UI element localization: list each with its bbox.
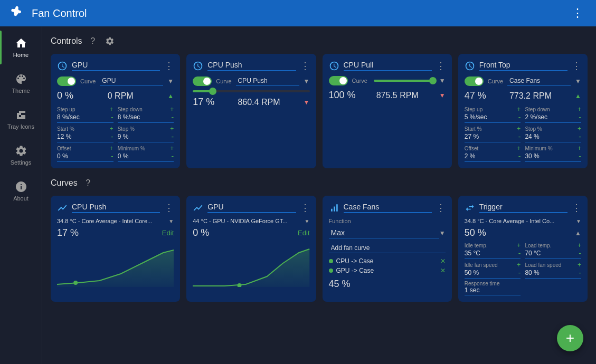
- gauge-icon-3: [329, 61, 339, 71]
- fan-dot-2: [329, 269, 333, 273]
- ft-param-stop: Stop %+ 24 %-: [525, 125, 581, 142]
- controls-section-header: Controls ?: [51, 35, 588, 47]
- curves-section-header: Curves ?: [51, 177, 588, 189]
- case-fans-title: Case Fans: [344, 203, 432, 213]
- cpu-push-curve-menu[interactable]: ⋮: [164, 202, 174, 214]
- remove-cpu-case[interactable]: ✕: [440, 257, 446, 265]
- front-top-percent: 47 %: [465, 90, 486, 101]
- svg-point-1: [238, 283, 242, 287]
- ft-param-minimum: Minimum %+ 30 %-: [525, 145, 581, 162]
- trigger-expand[interactable]: ▲: [575, 229, 581, 237]
- trigger-load-speed: Load fan speed+ 80 %-: [525, 261, 581, 279]
- gauge-icon: [57, 61, 68, 71]
- trigger-response-time: Response time 1 sec: [465, 281, 521, 295]
- trigger-value: 50 %: [465, 227, 486, 238]
- cpu-pull-slider[interactable]: [374, 80, 433, 82]
- cpu-push-curve-title: CPU Push: [72, 203, 160, 213]
- gpu-curve-select[interactable]: GPU: [100, 76, 163, 86]
- cpu-pull-thumb: [429, 77, 437, 84]
- sidebar-settings-label: Settings: [11, 159, 32, 166]
- case-fans-function-select[interactable]: Max: [329, 227, 439, 238]
- fan-curve-cpu-case: CPU -> Case ✕: [329, 257, 446, 265]
- cpu-pull-card-title: CPU Pull: [344, 61, 432, 71]
- param-start: Start %+ 12 %-: [57, 125, 113, 142]
- front-top-curve-label: Curve: [488, 78, 503, 84]
- sidebar-theme-label: Theme: [12, 88, 30, 94]
- trigger-temp-source: 34.8 °C - Core Average - Intel Co... ▼: [465, 218, 581, 224]
- cpu-push-toggle[interactable]: [193, 76, 212, 86]
- cpu-push-card-title: CPU Push: [207, 61, 296, 71]
- front-top-toggle[interactable]: [465, 76, 484, 86]
- trigger-menu[interactable]: ⋮: [572, 202, 581, 214]
- header-menu-button[interactable]: ⋮: [567, 4, 588, 22]
- front-top-menu[interactable]: ⋮: [572, 60, 581, 72]
- cpu-push-curve-label: Curve: [216, 78, 231, 84]
- add-fab-button[interactable]: +: [557, 325, 583, 351]
- gpu-curve-label: Curve: [80, 78, 96, 84]
- front-top-curve-select[interactable]: Case Fans: [507, 76, 571, 86]
- controls-help-button[interactable]: ?: [87, 35, 99, 47]
- sidebar-home-label: Home: [13, 52, 29, 58]
- cpu-pull-arrow: ▼: [439, 92, 446, 99]
- cpu-pull-header: CPU Pull ⋮: [329, 60, 446, 72]
- param-stop: Stop %+ 9 %-: [118, 125, 174, 142]
- cpu-pull-menu[interactable]: ⋮: [436, 60, 446, 72]
- trigger-params: Idle temp.+ 35 °C- Load temp.+ 70 °C- Id…: [465, 242, 581, 295]
- front-top-arrow-up: ▲: [575, 92, 581, 100]
- gpu-curve-menu[interactable]: ⋮: [300, 202, 310, 214]
- gpu-card-title: GPU: [72, 61, 160, 71]
- case-fans-function-row: Function: [329, 218, 446, 224]
- controls-settings-button[interactable]: [103, 35, 116, 47]
- cpu-push-slider[interactable]: [193, 90, 309, 92]
- cpu-pull-toggle[interactable]: [329, 76, 348, 85]
- cpu-pull-stats: 100 % 875.5 RPM ▼: [329, 90, 446, 101]
- sidebar-item-tray[interactable]: Tray Icons: [0, 102, 42, 136]
- fan-icon: [8, 5, 25, 22]
- param-offset: Offset+ 0 %-: [57, 145, 113, 162]
- gpu-chart: [193, 245, 309, 287]
- header: Fan Control ⋮: [0, 0, 596, 26]
- cpu-push-slider-container: [193, 90, 309, 92]
- gpu-edit-button[interactable]: Edit: [298, 229, 309, 237]
- gpu-curve-title: GPU: [207, 203, 296, 213]
- gpu-toggle[interactable]: [57, 76, 76, 86]
- front-top-arrow: ▼: [575, 78, 581, 85]
- cpu-pull-rpm: 875.5 RPM: [376, 91, 419, 100]
- case-fans-menu[interactable]: ⋮: [436, 202, 446, 214]
- sidebar-item-home[interactable]: Home: [0, 31, 42, 64]
- content-area: Controls ? GPU ⋮ Curve GPU: [42, 26, 596, 364]
- cpu-push-edit-button[interactable]: Edit: [162, 229, 174, 237]
- cpu-push-arrow-down: ▼: [304, 99, 310, 106]
- sidebar-tray-label: Tray Icons: [7, 123, 34, 130]
- gpu-card-menu[interactable]: ⋮: [164, 60, 174, 72]
- add-fan-curve-select[interactable]: Add fan curve: [329, 243, 446, 253]
- cpu-push-menu[interactable]: ⋮: [300, 60, 310, 72]
- cpu-pull-percent: 100 %: [329, 90, 356, 101]
- gauge-icon-2: [193, 61, 203, 71]
- gpu-curve-arrow: ▼: [167, 78, 174, 85]
- cpu-push-curve-value-row: 17 % Edit: [57, 227, 174, 238]
- cpu-push-curve-value: 17 %: [57, 227, 79, 238]
- tray-icon: [15, 109, 27, 121]
- gpu-params: Step up+ 8 %/sec- Step down+ 8 %/sec- St…: [57, 106, 174, 162]
- remove-gpu-case[interactable]: ✕: [440, 267, 446, 274]
- cpu-push-curve-select[interactable]: CPU Push: [236, 76, 299, 86]
- about-icon: [15, 180, 27, 193]
- trigger-title: Trigger: [479, 203, 567, 213]
- gpu-stats: 0 % 0 RPM ▲: [57, 90, 174, 101]
- sidebar-item-about[interactable]: About: [0, 174, 42, 208]
- cpu-pull-toggle-row: Curve ▼: [329, 76, 446, 85]
- sidebar-item-settings[interactable]: Settings: [0, 138, 42, 172]
- mix-chart-icon: [329, 203, 339, 213]
- sidebar-item-theme[interactable]: Theme: [0, 66, 42, 100]
- case-fans-header: Case Fans ⋮: [329, 202, 446, 214]
- cpu-pull-control-card: CPU Pull ⋮ Curve ▼ 100 % 875.5 RPM ▼: [323, 54, 452, 168]
- case-fans-function-select-row: Max ▼: [329, 227, 446, 238]
- trigger-icon: [465, 203, 475, 213]
- curves-cards-grid: CPU Push ⋮ 34.8 °C - Core Average - Inte…: [51, 196, 588, 302]
- curves-help-button[interactable]: ?: [82, 177, 94, 189]
- gpu-toggle-row: Curve GPU ▼: [57, 76, 174, 86]
- front-top-card-title: Front Top: [479, 61, 567, 71]
- svg-point-0: [73, 281, 78, 285]
- front-top-stats: 47 % 773.2 RPM ▲: [465, 90, 581, 101]
